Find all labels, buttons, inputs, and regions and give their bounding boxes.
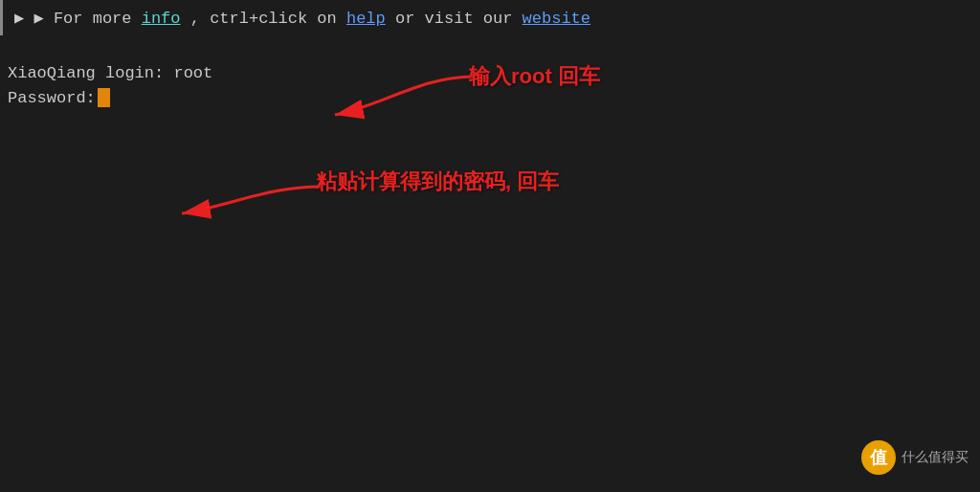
website-link[interactable]: website	[523, 10, 590, 28]
password-line: Password:	[8, 88, 980, 107]
login-line: XiaoQiang login: root	[8, 64, 980, 82]
watermark-text: 什么值得买	[902, 449, 969, 466]
top-bar: ▶ ▶ For more info , ctrl+click on help o…	[0, 0, 980, 35]
login-area: XiaoQiang login: root Password:	[0, 64, 980, 107]
info-link[interactable]: info	[142, 10, 181, 28]
watermark-logo-icon: 值	[861, 440, 896, 475]
terminal-window: ▶ ▶ For more info , ctrl+click on help o…	[0, 0, 980, 492]
help-link[interactable]: help	[346, 10, 386, 28]
password-instruction-label: 粘贴计算得到的密码, 回车	[316, 168, 559, 196]
middle-text: , ctrl+click on	[190, 10, 346, 28]
watermark: 值 什么值得买	[861, 440, 969, 475]
password-label: Password:	[8, 89, 96, 107]
top-info-line: ▶ ▶ For more info , ctrl+click on help o…	[14, 8, 969, 28]
password-arrow-icon	[172, 177, 325, 225]
for-more-text: ▶ For more	[33, 10, 141, 28]
arrow-icon: ▶	[14, 10, 24, 28]
suffix-text: or visit our	[395, 10, 523, 28]
cursor-block	[98, 88, 110, 107]
